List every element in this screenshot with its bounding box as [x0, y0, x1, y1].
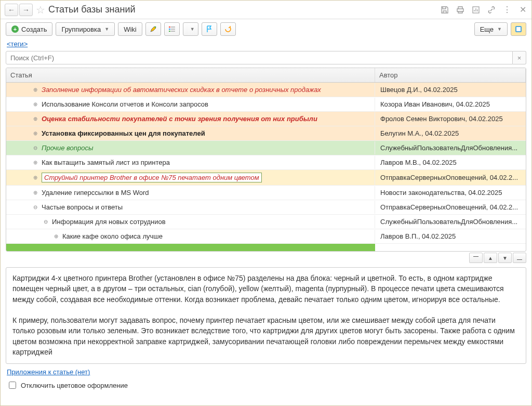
expand-icon[interactable]: ⊕ — [32, 130, 38, 136]
table-row[interactable]: ⊖Прочие вопросыСлужебныйПользовательДляО… — [6, 141, 526, 155]
cell-article: ⊕Заполнение информации об автоматических… — [6, 83, 375, 96]
more-icon[interactable]: ⋮ — [502, 5, 512, 15]
star-icon[interactable]: ☆ — [36, 4, 45, 16]
plus-icon: + — [11, 25, 19, 33]
table-row[interactable]: ⊕Заполнение информации об автоматических… — [6, 83, 526, 97]
expand-icon[interactable]: ⊕ — [32, 160, 38, 165]
table-row[interactable]: ⊕Какие кафе около офиса лучшеЛавров В.П.… — [6, 229, 526, 244]
wiki-label: Wiki — [124, 25, 137, 33]
expand-icon[interactable]: ⊕ — [32, 87, 38, 93]
tags-link[interactable]: <теги> — [1, 39, 531, 51]
table-row[interactable]: ⊕Установка фиксированных цен для покупат… — [6, 126, 526, 141]
svg-rect-4 — [169, 31, 170, 32]
refresh-button[interactable] — [220, 22, 236, 36]
cell-article: ⊕Как вытащить замятый лист из принтера — [6, 156, 375, 169]
cell-article: ⊕Оценка стабильности покупателей с точки… — [6, 112, 375, 125]
svg-rect-7 — [171, 31, 175, 32]
content-p1: Картриджи 4-х цветного принтера Brother … — [12, 273, 520, 305]
cell-author: Козора Иван Иванович, 04.02.2025 — [375, 98, 526, 111]
grouping-button[interactable]: Группировка ▼ — [56, 22, 115, 36]
scroll-bottom-button[interactable] — [513, 253, 526, 263]
table-button[interactable]: ▼ — [183, 22, 198, 36]
help-button[interactable] — [511, 22, 526, 36]
search-input[interactable] — [6, 51, 513, 64]
horizontal-scroll-thumb[interactable] — [6, 244, 375, 251]
highlight-button[interactable] — [145, 22, 161, 36]
article-title: Оценка стабильности покупателей с точки … — [42, 115, 317, 123]
disable-colors-row: Отключить цветовое оформление — [1, 377, 531, 394]
nav-forward-button[interactable]: → — [19, 4, 33, 16]
cell-article: ⊕Установка фиксированных цен для покупат… — [6, 127, 375, 140]
flag-button[interactable] — [202, 22, 217, 36]
article-content[interactable]: Картриджи 4-х цветного принтера Brother … — [6, 267, 526, 364]
table-row[interactable]: ⊕Удаление гиперссылки в MS WordНовости з… — [6, 186, 526, 200]
title-bar-actions: ⋮ ✕ — [440, 5, 527, 15]
wiki-button[interactable]: Wiki — [118, 22, 142, 36]
title-bar: ← → ☆ Статьи базы знаний ⋮ ✕ — [1, 1, 531, 19]
grid-header: Статья Автор — [6, 68, 526, 83]
cell-article: ⊕Какие кафе около офиса лучше — [6, 230, 375, 243]
disable-colors-checkbox[interactable] — [9, 382, 16, 389]
cell-article: ⊕Использование Консоли отчетов и Консоли… — [6, 98, 375, 111]
cell-article: ⊖Прочие вопросы — [6, 141, 375, 154]
collapse-icon[interactable]: ⊖ — [32, 204, 38, 210]
table-row[interactable]: ⊖Частые вопросы и ответыОтправкаСерверны… — [6, 200, 526, 215]
collapse-icon[interactable]: ⊖ — [32, 145, 38, 151]
article-title: Как вытащить замятый лист из принтера — [42, 159, 170, 166]
cell-author: Лавров В.П., 04.02.2025 — [375, 230, 526, 243]
article-title: Струйный принтер Brother в офисе №75 печ… — [42, 173, 262, 182]
article-title: Установка фиксированных цен для покупате… — [42, 129, 205, 137]
column-article[interactable]: Статья — [6, 68, 375, 82]
search-bar: × — [1, 51, 531, 68]
expand-icon[interactable]: ⊕ — [32, 175, 38, 180]
collapse-icon[interactable]: ⊖ — [43, 219, 49, 225]
report-icon[interactable] — [471, 5, 481, 15]
scroll-up-button[interactable]: ▲ — [484, 253, 497, 263]
table-row[interactable]: ⊖Информация для новых сотрудниовСлужебны… — [6, 215, 526, 229]
cell-author: Лавров М.В., 04.02.2025 — [375, 156, 526, 169]
create-button[interactable]: + Создать — [6, 22, 52, 36]
svg-rect-10 — [516, 27, 521, 31]
content-p2: К примеру, пользователи могут задавать в… — [12, 315, 520, 357]
table-row[interactable]: ⊕Как вытащить замятый лист из принтераЛа… — [6, 155, 526, 170]
article-title: Использование Консоли отчетов и Консоли … — [42, 100, 208, 108]
cell-author: Швецов Д.И., 04.02.2025 — [375, 83, 526, 96]
cell-article: ⊖Частые вопросы и ответы — [6, 201, 375, 214]
svg-rect-3 — [169, 29, 170, 30]
table-row[interactable]: ⊕Оценка стабильности покупателей с точки… — [6, 112, 526, 126]
grid-nav-arrows: ▲ ▼ — [1, 252, 531, 265]
article-title: Заполнение информации об автоматических … — [42, 86, 321, 94]
disable-colors-label: Отключить цветовое оформление — [21, 382, 128, 389]
grouping-label: Группировка — [61, 25, 101, 33]
column-author[interactable]: Автор — [375, 68, 526, 82]
article-title: Частые вопросы и ответы — [42, 203, 123, 211]
list-color-button[interactable] — [164, 22, 180, 36]
svg-rect-6 — [171, 29, 175, 30]
print-icon[interactable] — [456, 5, 465, 15]
link-icon[interactable] — [487, 5, 496, 15]
more-label: Еще — [480, 25, 494, 33]
search-clear-button[interactable]: × — [513, 51, 526, 64]
expand-icon[interactable]: ⊕ — [53, 233, 59, 239]
expand-icon[interactable]: ⊕ — [32, 101, 38, 107]
expand-icon[interactable]: ⊕ — [32, 190, 38, 195]
save-icon[interactable] — [440, 5, 449, 15]
chevron-down-icon: ▼ — [497, 27, 502, 32]
toolbar: + Создать Группировка ▼ Wiki ▼ Еще ▼ — [1, 19, 531, 39]
grid-body[interactable]: ⊕Заполнение информации об автоматических… — [6, 83, 526, 251]
more-button[interactable]: Еще ▼ — [474, 22, 508, 36]
article-title: Прочие вопросы — [42, 144, 94, 152]
scroll-down-button[interactable]: ▼ — [498, 253, 512, 263]
expand-icon[interactable]: ⊕ — [32, 116, 38, 122]
attachments-link[interactable]: Приложения к статье (нет) — [1, 367, 96, 377]
chevron-down-icon: ▼ — [104, 27, 109, 32]
close-icon[interactable]: ✕ — [518, 5, 527, 15]
table-row[interactable]: ⊕Струйный принтер Brother в офисе №75 пе… — [6, 170, 526, 186]
cell-article: ⊕Удаление гиперссылки в MS Word — [6, 186, 375, 199]
table-row[interactable]: ⊕Использование Консоли отчетов и Консоли… — [6, 97, 526, 112]
page-title: Статьи базы знаний — [48, 4, 440, 15]
cell-author: СлужебныйПользовательДляОбновления... — [375, 141, 526, 154]
nav-back-button[interactable]: ← — [5, 4, 18, 16]
scroll-top-button[interactable] — [469, 253, 483, 263]
svg-rect-2 — [169, 27, 170, 28]
